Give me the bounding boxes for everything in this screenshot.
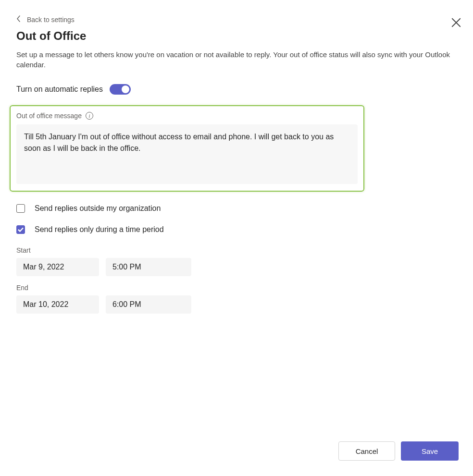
close-icon xyxy=(451,17,461,28)
back-label: Back to settings xyxy=(27,16,75,24)
automatic-replies-toggle[interactable] xyxy=(110,84,131,95)
start-date-picker[interactable]: Mar 9, 2022 xyxy=(16,258,99,276)
time-period-label: Send replies only during a time period xyxy=(35,225,164,234)
time-period-checkbox[interactable] xyxy=(16,225,25,234)
message-field-label: Out of office message xyxy=(16,112,82,120)
send-outside-org-label: Send replies outside my organization xyxy=(35,204,161,213)
automatic-replies-toggle-label: Turn on automatic replies xyxy=(16,85,103,94)
page-title: Out of Office xyxy=(16,29,459,43)
page-description: Set up a message to let others know you'… xyxy=(16,49,459,70)
checkmark-icon xyxy=(18,227,24,232)
chevron-left-icon xyxy=(16,15,21,24)
info-icon[interactable]: i xyxy=(86,112,93,120)
end-label: End xyxy=(16,284,459,292)
close-button[interactable] xyxy=(451,17,461,28)
out-of-office-message-input[interactable]: Till 5th January I'm out of office witho… xyxy=(16,124,358,184)
message-highlight-box: Out of office message i Till 5th January… xyxy=(10,105,364,192)
toggle-knob xyxy=(122,85,129,93)
cancel-button[interactable]: Cancel xyxy=(338,441,395,461)
save-button[interactable]: Save xyxy=(401,441,459,461)
end-time-picker[interactable]: 6:00 PM xyxy=(106,295,191,314)
end-date-picker[interactable]: Mar 10, 2022 xyxy=(16,295,99,314)
start-label: Start xyxy=(16,246,459,254)
start-time-picker[interactable]: 5:00 PM xyxy=(106,258,191,276)
send-outside-org-checkbox[interactable] xyxy=(16,204,25,213)
back-to-settings-link[interactable]: Back to settings xyxy=(16,15,75,24)
